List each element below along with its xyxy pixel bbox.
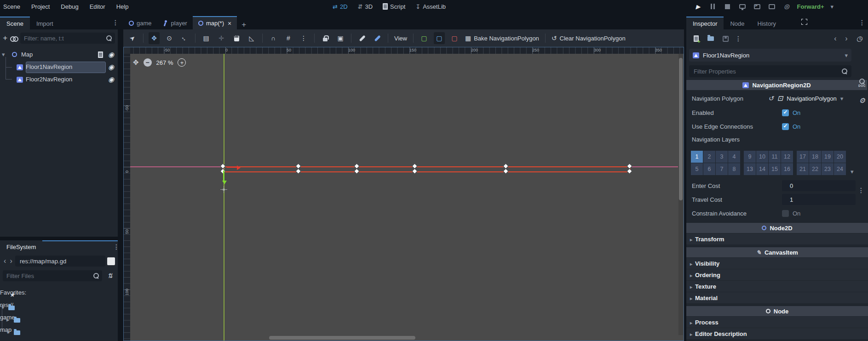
layer-toggle-9[interactable]: 9 [744,151,756,163]
pan-tool[interactable] [231,32,242,44]
vertical-ruler[interactable]: -50050100 [124,54,130,341]
gizmo-y-axis-arrow[interactable] [223,170,224,181]
fs-folder-game[interactable]: game [0,314,118,326]
tab-scene[interactable]: Scene [0,17,30,29]
layer-toggle-7[interactable]: 7 [716,163,728,175]
add-node-button[interactable] [3,33,7,43]
section-process[interactable]: Process [686,317,868,328]
renderer-select[interactable]: Forward+ [797,3,824,10]
layer-toggle-3[interactable]: 3 [716,151,728,163]
section-transform[interactable]: Transform [686,233,868,244]
close-tab-icon[interactable]: × [227,20,231,27]
clear-navigation-button[interactable]: ↺Clear NavigationPolygon [551,32,627,44]
fs-res-root[interactable]: res:// [0,301,118,314]
revert-icon[interactable] [768,95,774,102]
fs-favorites[interactable]: Favorites: [0,289,118,301]
canvas-2d[interactable]: ✥ − 267 % + [130,54,684,341]
play-button[interactable] [694,2,702,11]
skeleton-options-button[interactable] [356,32,368,44]
chevron-down-icon[interactable] [830,3,834,10]
scene-dock-menu-icon[interactable] [112,19,119,26]
select-tool[interactable]: ➤ [127,32,138,44]
enter-cost-field[interactable]: 0 [782,180,856,191]
delete-polygon-tool[interactable]: ▢ [449,32,460,44]
inspector-back-icon[interactable]: ‹ [832,34,839,43]
resource-menu-icon[interactable] [735,35,742,42]
layer-toggle-8[interactable]: 8 [728,163,740,175]
filesystem-dock-menu-icon[interactable] [113,243,120,250]
horizontal-ruler[interactable]: -50050100150200250300350 [130,47,684,54]
tree-item-floor1navregion[interactable]: Floor1NavRegion [0,61,118,74]
chevron-down-icon[interactable] [6,329,10,335]
layers-chevron-icon[interactable] [851,168,854,175]
layer-toggle-1[interactable]: 1 [691,151,703,163]
workspace-2d[interactable]: ⇄2D [329,2,351,11]
menu-project[interactable]: Project [26,1,55,12]
scene-tab-map[interactable]: map(*)× [193,16,237,29]
section-ordering[interactable]: Ordering [686,269,868,280]
chevron-down-icon[interactable] [840,95,844,102]
movie-maker-button[interactable] [782,2,791,11]
new-scene-tab-button[interactable]: + [237,20,251,29]
layer-toggle-14[interactable]: 14 [756,163,768,175]
chevron-down-icon[interactable] [1,304,5,311]
visibility-eye-icon[interactable] [108,51,114,59]
tab-inspector[interactable]: Inspector [686,17,724,29]
new-resource-button[interactable] [691,34,701,44]
play-custom-scene-button[interactable] [768,2,776,11]
layer-toggle-17[interactable]: 17 [797,151,809,163]
lock-button[interactable] [320,32,331,44]
ruler-tool[interactable]: ◺ [246,32,257,44]
fs-folder-map[interactable]: map [0,326,118,339]
use-edge-connections-checkbox[interactable] [782,123,789,130]
layer-toggle-4[interactable]: 4 [728,151,740,163]
layer-toggle-19[interactable]: 19 [822,151,834,163]
view-menu[interactable]: View [393,32,408,44]
sort-files-button[interactable] [105,271,115,281]
scene-tab-game[interactable]: game [123,16,157,29]
position-select-tool[interactable]: ✛ [216,32,227,44]
section-editor-description[interactable]: Editor Description [686,328,868,339]
layer-toggle-6[interactable]: 6 [703,163,715,175]
layer-toggle-12[interactable]: 12 [781,151,793,163]
menu-debug[interactable]: Debug [55,1,84,12]
center-view-icon[interactable]: ✥ [133,58,139,67]
layer-toggle-5[interactable]: 5 [691,163,703,175]
inspector-dock-menu-icon[interactable] [859,19,865,26]
layer-toggle-20[interactable]: 20 [834,151,846,163]
layer-toggle-23[interactable]: 23 [822,163,834,175]
section-material[interactable]: Material [686,292,868,303]
visibility-eye-icon[interactable] [108,75,114,84]
filter-properties-input[interactable] [693,68,841,75]
vertical-scrollbar-thumb[interactable] [679,58,683,200]
menu-scene[interactable]: Scene [0,1,26,12]
list-select-tool[interactable]: ▤ [201,32,212,44]
section-texture[interactable]: Texture [686,281,868,292]
zoom-in-button[interactable]: + [178,58,186,67]
chevron-down-icon[interactable] [2,51,5,58]
menu-editor[interactable]: Editor [84,1,111,12]
tree-item-map[interactable]: Map [0,49,118,61]
scene-tab-player[interactable]: player [157,16,193,29]
inspector-history-button[interactable] [854,34,864,44]
layer-toggle-16[interactable]: 16 [781,163,793,175]
group-button[interactable]: ▣ [335,32,346,44]
grid-snap-toggle[interactable]: # [283,32,294,44]
horizontal-scrollbar[interactable] [130,335,678,340]
inspector-forward-icon[interactable]: › [843,34,850,43]
layer-toggle-21[interactable]: 21 [797,163,809,175]
save-resource-button[interactable] [720,34,730,44]
tab-node[interactable]: Node [724,17,751,29]
scale-tool[interactable]: ↔ [179,32,190,44]
constrain-avoidance-checkbox[interactable] [782,210,789,217]
bake-navigation-button[interactable]: ▦Bake NavigationPolygon [464,32,540,44]
enabled-checkbox[interactable] [782,109,789,116]
tab-filesystem[interactable]: FileSystem [0,240,42,253]
filesystem-filter-input[interactable] [6,272,93,280]
create-polygon-tool[interactable]: ▢ [419,32,430,44]
move-tool[interactable]: ✥ [149,32,160,44]
zoom-level-label[interactable]: 267 % [156,59,173,66]
chevron-right-icon[interactable] [6,316,10,323]
tree-item-floor2navregion[interactable]: Floor2NavRegion [0,74,118,86]
layer-toggle-18[interactable]: 18 [809,151,821,163]
